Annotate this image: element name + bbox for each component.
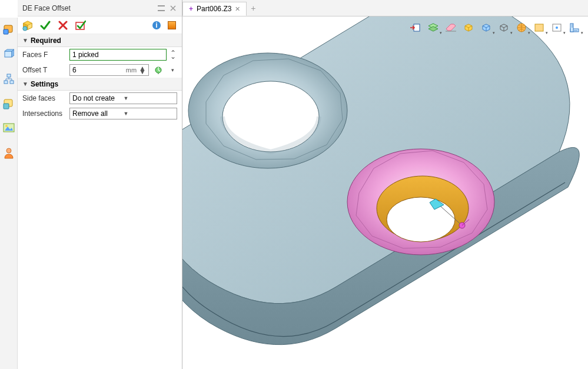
panel-close-icon[interactable] <box>169 4 177 12</box>
section-required-header[interactable]: ▼ Required <box>18 34 182 47</box>
svg-rect-14 <box>158 5 165 6</box>
panel-title-bar: DE Face Offset <box>18 0 182 16</box>
rail-user-icon[interactable] <box>2 146 16 160</box>
section-required-label: Required <box>31 36 61 45</box>
svg-point-12 <box>5 125 8 127</box>
view-solid-icon[interactable] <box>462 21 475 34</box>
view-eraser-icon[interactable] <box>444 21 457 34</box>
info-button[interactable]: i <box>150 19 163 32</box>
svg-rect-15 <box>158 10 165 11</box>
offset-flip-icon[interactable]: ▾ <box>168 65 177 75</box>
tab-close-icon[interactable]: ✕ <box>235 5 240 13</box>
svg-point-46 <box>556 26 558 29</box>
svg-marker-38 <box>446 24 456 31</box>
svg-point-19 <box>23 26 27 30</box>
svg-marker-37 <box>428 26 438 31</box>
faces-label: Faces F <box>22 51 67 59</box>
svg-rect-2 <box>5 51 12 57</box>
view-shade-icon[interactable] <box>480 21 493 34</box>
section-settings-label: Settings <box>31 80 58 88</box>
side-faces-label: Side faces <box>22 94 67 102</box>
view-grid-icon[interactable] <box>550 21 563 34</box>
bookmark-button[interactable] <box>165 19 178 32</box>
rail-manager-icon[interactable] <box>2 22 16 36</box>
field-faces: Faces F ⌃⌄ <box>18 47 182 62</box>
faces-picker-icon[interactable]: ⌃⌄ <box>170 50 177 59</box>
view-ruler-icon[interactable] <box>568 21 581 34</box>
intersections-label: Intersections <box>22 109 67 118</box>
properties-panel: DE Face Offset <box>18 0 182 369</box>
document-tab-active[interactable]: + Part006.Z3 ✕ <box>182 2 247 16</box>
apply-button[interactable] <box>74 19 87 32</box>
side-faces-dropdown[interactable]: Do not create ▼ <box>69 92 177 104</box>
disclosure-triangle-icon: ▼ <box>22 81 28 87</box>
offset-input[interactable] <box>72 66 126 74</box>
disclosure-triangle-icon: ▼ <box>22 37 28 44</box>
side-faces-value: Do not create <box>72 94 124 102</box>
section-settings-header[interactable]: ▼ Settings <box>18 78 182 91</box>
svg-rect-7 <box>10 81 14 84</box>
offset-input-wrap: mm ▲▼ <box>69 64 149 76</box>
view-face-icon[interactable] <box>533 21 546 34</box>
offset-unit: mm <box>126 67 138 74</box>
cancel-button[interactable] <box>57 19 69 32</box>
3d-viewport[interactable] <box>182 16 588 369</box>
intersections-value: Remove all <box>72 109 124 118</box>
3d-model <box>182 16 588 369</box>
offset-spinner[interactable]: ▲▼ <box>139 67 146 74</box>
hole-right-selected <box>347 149 494 255</box>
view-layers-icon[interactable] <box>427 21 440 34</box>
svg-point-30 <box>387 197 455 242</box>
document-tab-bar: + Part006.Z3 ✕ + <box>182 0 588 16</box>
field-side-faces: Side faces Do not create ▼ <box>18 91 182 106</box>
field-offset: Offset T mm ▲▼ ▾ <box>18 62 182 78</box>
field-intersections: Intersections Remove all ▼ <box>18 106 182 121</box>
panel-title: DE Face Offset <box>22 4 157 12</box>
view-globe-icon[interactable] <box>515 21 528 34</box>
new-tab-button[interactable]: + <box>247 0 260 16</box>
command-row: i <box>18 16 182 34</box>
chevron-down-icon: ▼ <box>124 95 175 101</box>
hole-left <box>188 53 347 168</box>
svg-point-13 <box>6 148 11 153</box>
tab-modified-icon: + <box>189 5 193 13</box>
rail-part-icon[interactable] <box>2 97 16 111</box>
view-wireframe-icon[interactable] <box>497 21 510 34</box>
svg-rect-9 <box>4 104 9 109</box>
offset-label: Offset T <box>22 66 67 74</box>
rail-image-icon[interactable] <box>2 121 16 135</box>
panel-collapse-icon[interactable] <box>157 4 165 12</box>
feature-icon[interactable] <box>21 19 34 32</box>
view-insert-icon[interactable] <box>409 21 422 34</box>
tab-label: Part006.Z3 <box>197 5 231 13</box>
rail-hierarchy-icon[interactable] <box>2 72 16 86</box>
faces-input[interactable] <box>69 49 167 61</box>
chevron-down-icon: ▼ <box>124 111 175 117</box>
svg-marker-4 <box>12 49 14 57</box>
svg-text:i: i <box>155 21 157 29</box>
svg-rect-44 <box>535 24 543 31</box>
left-rail <box>0 18 18 369</box>
svg-rect-6 <box>4 81 8 84</box>
svg-rect-1 <box>4 29 8 34</box>
ok-button[interactable] <box>39 19 52 32</box>
view-toolbar <box>407 20 583 35</box>
intersections-dropdown[interactable]: Remove all ▼ <box>69 108 177 119</box>
rail-box-icon[interactable] <box>2 47 16 61</box>
svg-point-26 <box>222 81 319 152</box>
svg-rect-5 <box>7 74 11 77</box>
offset-measure-icon[interactable] <box>154 65 163 75</box>
